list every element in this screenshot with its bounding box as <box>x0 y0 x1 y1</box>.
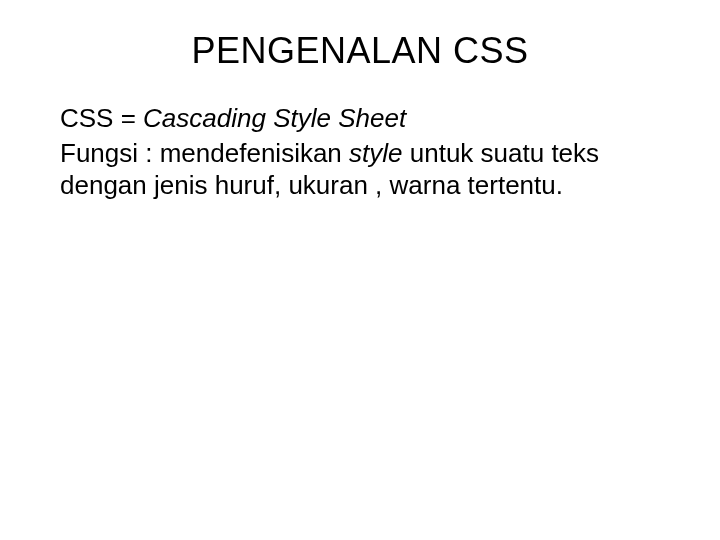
function-italic-word: style <box>349 138 402 168</box>
definition-prefix: CSS = <box>60 103 143 133</box>
definition-expansion: Cascading Style Sheet <box>143 103 406 133</box>
definition-line: CSS = Cascading Style Sheet <box>60 102 660 135</box>
function-prefix: Fungsi : mendefenisikan <box>60 138 349 168</box>
function-line: Fungsi : mendefenisikan style untuk suat… <box>60 137 660 202</box>
slide-title: PENGENALAN CSS <box>60 30 660 72</box>
slide-body: CSS = Cascading Style Sheet Fungsi : men… <box>60 102 660 202</box>
